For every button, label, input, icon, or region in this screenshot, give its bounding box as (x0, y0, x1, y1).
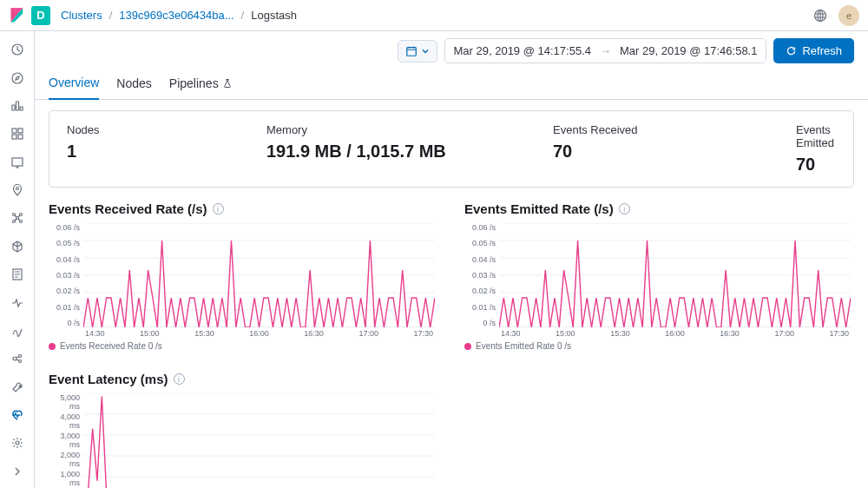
nav-uptime-icon[interactable] (7, 323, 28, 339)
quick-select-button[interactable] (398, 40, 437, 63)
chart-legend: Events Received Rate 0 /s (49, 341, 438, 351)
time-to: Mar 29, 2019 @ 17:46:58.1 (620, 44, 757, 57)
stat-label: Memory (266, 123, 553, 136)
nav-devtools-icon[interactable] (7, 379, 28, 395)
legend-label: Events Received Rate 0 /s (60, 341, 162, 351)
tab-overview[interactable]: Overview (49, 70, 99, 100)
nav-canvas-icon[interactable] (7, 155, 28, 170)
breadcrumb-current: Logstash (251, 9, 297, 22)
breadcrumb-clusters[interactable]: Clusters (61, 9, 102, 22)
breadcrumb-separator: / (109, 9, 113, 22)
tab-pipelines[interactable]: Pipelines (169, 70, 233, 99)
nav-monitoring-icon[interactable] (7, 407, 28, 423)
svg-point-3 (12, 73, 23, 83)
avatar[interactable]: e (838, 5, 859, 26)
stat-events-emitted: Events Emitted 70 (796, 123, 836, 175)
top-bar: D Clusters / 139c969c3e06434ba... / Logs… (0, 0, 868, 31)
chart-events-received-rate: Events Received Rate (/s) i 0.06 /s0.05 … (49, 201, 438, 351)
stats-panel: Nodes 1 Memory 191.9 MB / 1,015.7 MB Eve… (49, 110, 854, 188)
kibana-logo-icon[interactable] (9, 7, 26, 24)
svg-rect-20 (406, 47, 416, 56)
breadcrumb-separator: / (241, 9, 245, 22)
stat-events-received: Events Received 70 (553, 123, 796, 175)
svg-point-9 (16, 188, 18, 190)
svg-point-16 (13, 357, 16, 360)
nav-recently-viewed-icon[interactable] (7, 42, 28, 57)
nav-logs-icon[interactable] (7, 267, 28, 282)
chart-events-emitted-rate: Events Emitted Rate (/s) i 0.06 /s0.05 /… (464, 201, 854, 351)
tabs: Overview Nodes Pipelines (35, 70, 868, 100)
calendar-icon (405, 45, 418, 57)
svg-rect-4 (12, 129, 16, 133)
stat-value: 70 (796, 155, 836, 175)
nav-discover-icon[interactable] (7, 69, 28, 85)
refresh-button[interactable]: Refresh (773, 38, 854, 63)
chart-title-text: Events Emitted Rate (/s) (464, 201, 614, 216)
nav-management-icon[interactable] (7, 435, 28, 451)
nav-maps-icon[interactable] (7, 182, 28, 198)
time-from: Mar 29, 2019 @ 14:17:55.4 (454, 44, 591, 57)
tab-nodes[interactable]: Nodes (116, 70, 151, 99)
arrow-right-icon: → (600, 44, 611, 57)
space-badge[interactable]: D (31, 6, 50, 25)
nav-dashboard-icon[interactable] (7, 126, 28, 142)
nav-collapse-icon[interactable] (7, 464, 28, 479)
refresh-icon (786, 45, 797, 56)
time-range-display[interactable]: Mar 29, 2019 @ 14:17:55.4 → Mar 29, 2019… (444, 38, 767, 63)
toolbar: Mar 29, 2019 @ 14:17:55.4 → Mar 29, 2019… (35, 31, 868, 70)
side-nav (0, 31, 35, 488)
svg-point-19 (16, 441, 19, 445)
newsfeed-icon[interactable] (811, 6, 830, 25)
stat-label: Events Received (553, 123, 796, 136)
chart-title-text: Event Latency (ms) (49, 372, 168, 386)
stat-label: Nodes (67, 123, 266, 136)
nav-apm-icon[interactable] (7, 294, 28, 310)
info-icon[interactable]: i (174, 373, 185, 385)
nav-siem-icon[interactable] (7, 351, 28, 366)
legend-label: Events Emitted Rate 0 /s (476, 341, 571, 351)
svg-rect-8 (12, 158, 23, 166)
stat-value: 1 (67, 142, 266, 162)
breadcrumb: Clusters / 139c969c3e06434ba... / Logsta… (61, 9, 297, 22)
info-icon[interactable]: i (619, 203, 630, 214)
legend-dot-icon (49, 343, 56, 350)
tab-pipelines-label: Pipelines (169, 76, 219, 90)
main-content: Mar 29, 2019 @ 14:17:55.4 → Mar 29, 2019… (35, 31, 868, 488)
stat-memory: Memory 191.9 MB / 1,015.7 MB (266, 123, 553, 175)
refresh-label: Refresh (802, 44, 842, 57)
stat-nodes: Nodes 1 (67, 123, 266, 175)
stat-value: 70 (553, 142, 796, 162)
chevron-down-icon (421, 47, 430, 56)
nav-infrastructure-icon[interactable] (7, 239, 28, 254)
nav-ml-icon[interactable] (7, 210, 28, 226)
svg-rect-7 (18, 135, 23, 139)
svg-rect-5 (18, 129, 23, 133)
legend-dot-icon (464, 343, 471, 350)
chart-title-text: Events Received Rate (/s) (49, 201, 207, 216)
chart-legend: Events Emitted Rate 0 /s (464, 341, 854, 351)
info-icon[interactable]: i (213, 203, 224, 214)
chart-event-latency: Event Latency (ms) i 5,000 ms4,000 ms3,0… (49, 372, 438, 488)
breadcrumb-cluster-id[interactable]: 139c969c3e06434ba... (119, 9, 233, 22)
stat-value: 191.9 MB / 1,015.7 MB (266, 142, 553, 162)
nav-visualize-icon[interactable] (7, 98, 28, 114)
beaker-icon (222, 78, 233, 89)
stat-label: Events Emitted (796, 123, 836, 149)
svg-rect-6 (12, 135, 16, 139)
